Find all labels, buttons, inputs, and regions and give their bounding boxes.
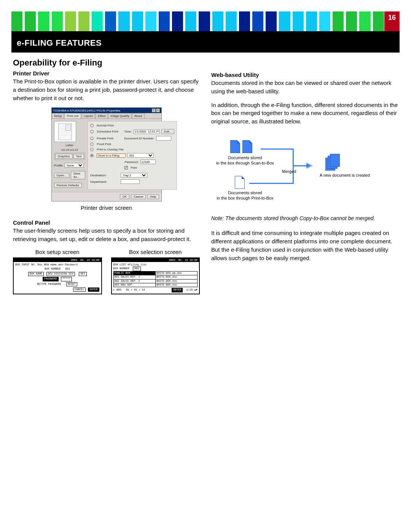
radio-normal-label: Normal Print [97, 124, 113, 127]
lcd-list-title: BOX LIST eFiling list [113, 263, 198, 267]
doc-stack-icon [325, 154, 341, 171]
doc-id-label: Document ID Number: [124, 137, 155, 140]
box-name-value: DEV DIVISION DIV [46, 272, 75, 276]
ok-button[interactable]: OK [120, 194, 130, 199]
color-bar [105, 11, 116, 31]
title-band: e-FILING FEATURES [11, 34, 400, 53]
box-number-label: BOX NUMBER [45, 267, 61, 270]
color-bar [306, 11, 317, 31]
dialog-title: TOSHIBA e-STUDIO3511/4511 PCL5c Properti… [53, 109, 121, 112]
dialog-tab[interactable]: Setup [52, 113, 64, 118]
graphics-button[interactable]: Graphics [55, 154, 73, 159]
lcd-cancel-button[interactable]: CANCEL [73, 288, 86, 292]
control-panel-heading: Control Panel [13, 219, 200, 226]
color-bar [293, 11, 304, 31]
saveas-button[interactable]: Save As... [71, 171, 85, 179]
web-utility-heading: Web-based Utility [211, 72, 398, 78]
dialog-caption: Printer driver screen [13, 204, 200, 211]
dialog-tab[interactable]: Layout [81, 113, 95, 118]
box-number-label: BOX NUMBER [113, 267, 129, 270]
color-bar [92, 11, 103, 31]
box-list-table: PUBLIC BOXWHITE-BOX_aa.doc001 SALES DEP-… [113, 271, 198, 288]
list-item[interactable]: WHITE-BOX.doc [155, 283, 197, 287]
footer-nums: 01 / 01 / 51 [126, 288, 145, 291]
list-item[interactable]: WHITE-BOX.doc [155, 279, 197, 283]
set-button[interactable]: SET [79, 272, 87, 276]
radio-proof[interactable] [90, 142, 94, 146]
color-bar [159, 11, 170, 31]
profile-select[interactable]: None [65, 163, 84, 168]
reset-button[interactable]: RESET [66, 282, 77, 286]
control-panel-text: The user-friendly screens help users to … [13, 227, 200, 243]
radio-store[interactable] [90, 154, 94, 157]
dialog-tab[interactable]: About [132, 113, 145, 118]
dialog-tabs[interactable]: SetupPrint JobLayoutEffectImage QualityA… [52, 113, 161, 119]
box-number-value: 001 [133, 267, 141, 271]
help-button[interactable]: Help [147, 194, 159, 199]
lcd-clock: 2003. 05. 23 10:06 [112, 258, 199, 262]
password-field[interactable] [140, 160, 156, 164]
radio-store-label: Store to e-Filing [97, 153, 126, 158]
department-field[interactable] [121, 179, 140, 184]
color-bar [239, 11, 250, 31]
scan-label: Documents storedin the box through Scan-… [213, 155, 277, 166]
print-checkbox[interactable] [124, 166, 128, 169]
list-item[interactable]: 002 SALES DEP- 2 [113, 279, 155, 283]
time-field[interactable] [133, 129, 160, 134]
time-edit-button[interactable]: Edit... [161, 129, 174, 134]
doc-icon [230, 140, 240, 153]
profile-label: Profile: [54, 164, 64, 167]
scale-label: x11.23 x11.23 [54, 149, 86, 151]
time-label: Time: [124, 130, 132, 133]
color-bar [78, 11, 89, 31]
list-item[interactable]: 003 R&D DEP- [113, 283, 155, 287]
retype-password-label: RETYPE PASSWORD [37, 283, 61, 286]
radio-overlay-label: Print to Overlay File [97, 148, 123, 151]
box-name-button[interactable]: BOX NAME [28, 272, 44, 276]
destination-box-select[interactable]: 001 [127, 153, 154, 158]
list-item[interactable]: PUBLIC BOX [113, 271, 155, 275]
password-button[interactable]: PASSWORD [43, 277, 59, 281]
color-bar [279, 11, 290, 31]
color-bar [226, 11, 237, 31]
list-item[interactable]: 001 SALES DEP- 1 [113, 275, 155, 279]
box-setup-screen: 2003. 05. 23 10:06 BOX INPUT NO. Box NEW… [13, 257, 102, 294]
radio-proof-label: Proof Print [97, 142, 111, 146]
add-button[interactable]: ADD [116, 288, 121, 291]
black-strip [11, 31, 400, 34]
tray-label: Destination: [90, 174, 119, 177]
lcd-enter-button[interactable]: ENTER [88, 288, 99, 292]
restore-defaults-button[interactable]: Restore Defaults [54, 183, 82, 188]
list-item[interactable]: WHITE-BOX.doc [155, 275, 197, 279]
doc-id-field[interactable] [156, 136, 171, 141]
color-bar [333, 11, 344, 31]
text-button[interactable]: Text [73, 154, 84, 159]
radio-private[interactable] [90, 137, 94, 140]
password-label: Password: [124, 160, 139, 164]
print-check-label: Print [131, 166, 137, 169]
box-selection-screen: 2003. 05. 23 10:06 BOX LIST eFiling list… [111, 257, 200, 294]
lcd-enter-button[interactable]: ENTER [172, 288, 183, 292]
list-item[interactable]: WHITE-BOX_aa.doc [155, 271, 197, 275]
arrow-icon [306, 162, 313, 169]
web-utility-p3: It is difficult and time consuming to in… [211, 229, 398, 262]
web-utility-p1: Documents stored in the box can be viewe… [211, 79, 398, 96]
color-bar [172, 11, 183, 31]
radio-overlay[interactable] [90, 148, 94, 151]
window-buttons[interactable]: ?× [151, 109, 160, 112]
color-bar [118, 11, 129, 31]
tray-select[interactable]: Tray 2 [121, 173, 147, 177]
dialog-tab[interactable]: Image Quality [108, 113, 131, 118]
dialog-tab[interactable]: Print Job [64, 113, 81, 118]
lcd-clock: 2003. 05. 23 10:06 [14, 258, 101, 262]
dialog-tab[interactable]: Effect [96, 113, 108, 118]
color-bar [145, 11, 156, 31]
radio-scheduled[interactable] [90, 130, 94, 133]
department-label: Department: [90, 180, 119, 184]
radio-normal[interactable] [90, 124, 94, 127]
cancel-button[interactable]: Cancel [131, 194, 146, 199]
color-bar [212, 11, 223, 31]
color-bar [65, 11, 76, 31]
printer-driver-heading: Printer Driver [13, 70, 200, 77]
open-button[interactable]: Open... [54, 173, 69, 178]
